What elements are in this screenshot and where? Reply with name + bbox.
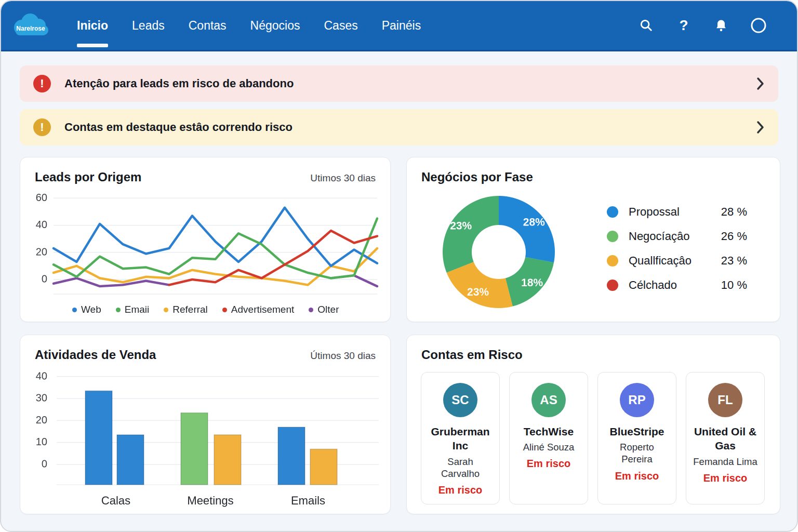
account-card-sc[interactable]: SCGruberman IncSarah CarvalhoEm risco	[421, 372, 500, 504]
subtitle-atividades: Útimos 30 dias	[310, 350, 376, 362]
nav-item-label: Contas	[189, 19, 227, 33]
page-title-contas: Contas em Risco	[421, 348, 523, 362]
donut-legend-row: Propossal28 %	[607, 205, 747, 219]
contact-name: Roperto Pereira	[604, 441, 670, 465]
legend-label: Célchado	[629, 278, 677, 292]
legend-item-web: Web	[72, 304, 101, 315]
help-icon[interactable]: ?	[675, 17, 692, 34]
main-nav: InicioLeadsContasNégociosCasesPainéis	[77, 1, 421, 50]
legend-item-olter: Olter	[309, 304, 339, 315]
legend-label: Advertisement	[231, 304, 294, 315]
chevron-right-icon[interactable]	[756, 76, 765, 91]
nav-item-inicio[interactable]: Inicio	[77, 1, 108, 50]
exclamation-icon: !	[33, 118, 51, 136]
legend-label: Emaii	[125, 304, 150, 315]
donut-legend-row: Negocíaçâo26 %	[607, 230, 747, 243]
alert-banners: !Atençâo para leads em risco de abandono…	[20, 65, 778, 145]
nav-item-label: Leads	[132, 19, 165, 33]
avatar: FL	[708, 383, 742, 417]
account-card-list: SCGruberman IncSarah CarvalhoEm riscoAST…	[421, 372, 765, 504]
legend-item-emaii: Emaii	[116, 304, 150, 315]
app-logo[interactable]: Narelrose	[10, 10, 51, 41]
alert-text: Atençâo para leads em risco de abandono	[64, 77, 294, 90]
legend-dot-icon	[164, 308, 168, 312]
cards-grid: Leads por Origem Utimos 30 dias WebEmaii…	[20, 157, 778, 514]
nav-item-label: Inicio	[77, 19, 108, 33]
contact-name: Femanda Lima	[693, 456, 757, 468]
legend-dot-icon	[607, 206, 618, 218]
chevron-right-icon[interactable]	[756, 120, 765, 135]
avatar: SC	[443, 383, 477, 417]
legend-label: Referral	[172, 304, 208, 315]
exclamation-icon: !	[33, 75, 51, 92]
alert-banner-error[interactable]: !Atençâo para leads em risco de abandono	[20, 65, 778, 102]
legend-label: Quallficaçâo	[629, 254, 691, 268]
leads-line-chart	[20, 188, 391, 315]
nav-item-label: Painéis	[382, 19, 421, 33]
app-window: Narelrose InicioLeadsContasNégociosCases…	[0, 0, 798, 532]
donut-legend: Propossal28 %Negocíaçâo26 %Quallficaçâo2…	[607, 205, 747, 303]
legend-dot-icon	[607, 231, 618, 242]
account-card-as[interactable]: ASTechWiseAliné SouzaEm risco	[509, 372, 588, 504]
line-chart-legend: WebEmaiiReferralAdvertisementOlter	[72, 304, 339, 315]
page-title-negocios: Negócios por Fase	[421, 170, 533, 184]
nav-item-label: Cases	[324, 19, 358, 33]
legend-dot-icon	[116, 308, 121, 312]
notifications-bell-icon[interactable]	[713, 17, 729, 34]
legend-label: Olter	[317, 304, 339, 315]
legend-label: Web	[81, 304, 101, 315]
top-navbar: Narelrose InicioLeadsContasNégociosCases…	[1, 1, 797, 51]
legend-item-referral: Referral	[164, 304, 208, 315]
page-title-atividades: Atividades de Venda	[35, 348, 156, 362]
company-name: Gruberman Inc	[426, 424, 495, 453]
legend-dot-icon	[72, 308, 77, 312]
legend-dot-icon	[222, 308, 227, 312]
legend-label: Negocíaçâo	[629, 230, 689, 243]
card-negocios-por-fase: Negócios por Fase Propossal28 %Negocíaçâ…	[406, 157, 780, 322]
nav-item-contas[interactable]: Contas	[189, 1, 227, 50]
company-name: TechWise	[524, 424, 574, 438]
contact-name: Aliné Souza	[523, 441, 575, 453]
alert-text: Contas em destaque estâo correndo risco	[64, 121, 292, 134]
status-badge: Em risco	[615, 470, 659, 482]
legend-label: Propossal	[629, 205, 680, 219]
page-title-leads: Leads por Origem	[35, 170, 141, 184]
legend-item-advertisement: Advertisement	[222, 304, 294, 315]
nav-item-label: Négocios	[250, 19, 300, 33]
legend-dot-icon	[607, 280, 618, 291]
donut-legend-row: Célchado10 %	[607, 278, 747, 292]
card-atividades-de-venda: Atividades de Venda Útimos 30 dias	[20, 335, 391, 514]
atividades-bar-chart	[20, 365, 391, 511]
avatar[interactable]	[750, 17, 767, 34]
nav-item-cases[interactable]: Cases	[324, 1, 358, 50]
nav-item-painéis[interactable]: Painéis	[382, 1, 421, 50]
card-leads-por-origem: Leads por Origem Utimos 30 dias WebEmaii…	[20, 157, 391, 322]
status-badge: Em risco	[527, 458, 570, 470]
legend-value: 10 %	[721, 278, 747, 292]
company-name: United Oil & Gas	[691, 424, 760, 453]
legend-dot-icon	[607, 255, 618, 267]
legend-value: 28 %	[721, 205, 747, 219]
status-badge: Em risco	[438, 484, 482, 496]
legend-value: 23 %	[721, 254, 747, 268]
legend-value: 26 %	[721, 230, 747, 243]
negocios-donut-chart	[407, 188, 604, 320]
nav-icons: ?	[638, 17, 767, 34]
cloud-logo-icon: Narelrose	[10, 10, 51, 41]
legend-dot-icon	[309, 308, 313, 312]
card-contas-em-risco: Contas em Risco SCGruberman IncSarah Car…	[406, 335, 780, 514]
donut-legend-row: Quallficaçâo23 %	[607, 254, 747, 268]
avatar: AS	[531, 383, 566, 417]
avatar: RP	[620, 383, 654, 417]
nav-item-négocios[interactable]: Négocios	[250, 1, 300, 50]
company-name: BlueStripe	[609, 424, 664, 438]
dashboard-content: !Atençâo para leads em risco de abandono…	[1, 65, 797, 514]
account-card-rp[interactable]: RPBlueStripeRoperto PereiraEm risco	[597, 372, 676, 504]
alert-banner-warning[interactable]: !Contas em destaque estâo correndo risco	[20, 109, 778, 145]
nav-item-leads[interactable]: Leads	[132, 1, 165, 50]
contact-name: Sarah Carvalho	[428, 456, 493, 480]
account-card-fl[interactable]: FLUnited Oil & GasFemanda LimaEm risco	[686, 372, 765, 504]
svg-text:Narelrose: Narelrose	[16, 25, 45, 32]
subtitle-leads: Utimos 30 dias	[310, 172, 376, 184]
search-icon[interactable]	[638, 17, 655, 34]
